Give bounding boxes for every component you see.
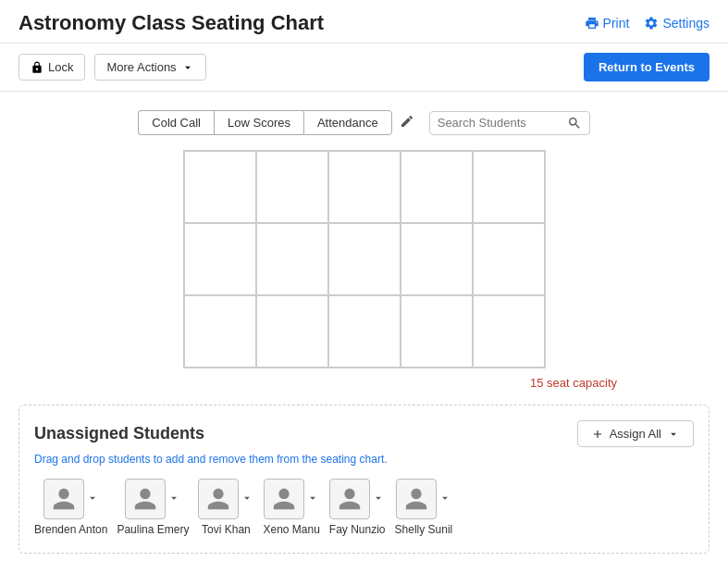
search-box[interactable] <box>429 111 590 135</box>
student-dropdown-chevron[interactable] <box>372 492 385 506</box>
lock-button[interactable]: Lock <box>19 54 85 81</box>
print-icon <box>585 16 599 31</box>
main-content: Cold Call Low Scores Attendance <box>0 92 728 586</box>
seat-cell[interactable] <box>184 223 256 295</box>
student-name: Tovi Khan <box>202 523 251 538</box>
seat-cell[interactable] <box>401 223 473 295</box>
seating-grid <box>183 150 546 368</box>
student-avatar-row <box>125 479 180 519</box>
filter-low-scores[interactable]: Low Scores <box>214 110 303 135</box>
avatar <box>43 479 84 519</box>
student-card: Tovi Khan <box>198 479 253 538</box>
edit-filters-icon[interactable] <box>400 114 414 131</box>
filter-cold-call[interactable]: Cold Call <box>138 110 214 135</box>
toolbar: Lock More Actions Return to Events <box>0 44 728 92</box>
assign-chevron-icon <box>667 428 680 441</box>
student-dropdown-chevron[interactable] <box>167 492 180 506</box>
student-card: Fay Nunzio <box>329 479 386 538</box>
student-dropdown-chevron[interactable] <box>86 492 99 506</box>
assign-all-button[interactable]: Assign All <box>577 420 694 447</box>
student-name: Shelly Sunil <box>395 523 453 538</box>
student-avatar-row <box>329 479 385 519</box>
unassigned-header: Unassigned Students Assign All <box>34 420 694 447</box>
more-actions-label: More Actions <box>106 60 176 74</box>
lock-label: Lock <box>48 60 73 74</box>
filter-tags: Cold Call Low Scores Attendance <box>138 110 391 135</box>
settings-link[interactable]: Settings <box>644 16 709 31</box>
capacity-label: 15 seat capacity <box>19 376 617 390</box>
print-link[interactable]: Print <box>585 16 630 31</box>
student-card: Brenden Anton <box>34 479 107 538</box>
avatar <box>125 479 166 519</box>
seating-grid-wrapper <box>19 150 709 368</box>
student-card: Shelly Sunil <box>395 479 453 538</box>
page-title: Astronomy Class Seating Chart <box>19 11 324 35</box>
seat-cell[interactable] <box>184 295 256 368</box>
plus-icon <box>591 428 604 441</box>
avatar <box>198 479 239 519</box>
student-dropdown-chevron[interactable] <box>438 492 451 506</box>
seat-cell[interactable] <box>256 295 328 368</box>
seat-cell[interactable] <box>473 151 545 223</box>
student-avatar-row <box>396 479 451 519</box>
header: Astronomy Class Seating Chart Print Sett… <box>0 0 728 44</box>
toolbar-left: Lock More Actions <box>19 54 206 81</box>
assign-all-label: Assign All <box>610 427 661 441</box>
drag-hint: Drag and drop students to add and remove… <box>34 453 694 466</box>
seat-cell[interactable] <box>473 223 545 295</box>
avatar <box>329 479 370 519</box>
filter-attendance[interactable]: Attendance <box>303 110 392 135</box>
student-card: Xeno Manu <box>263 479 319 538</box>
student-avatar-row <box>198 479 253 519</box>
student-avatar-row <box>43 479 99 519</box>
unassigned-section: Unassigned Students Assign All Drag and … <box>19 405 709 554</box>
seat-cell[interactable] <box>401 295 473 368</box>
return-to-events-button[interactable]: Return to Events <box>584 53 709 81</box>
seat-cell[interactable] <box>328 295 401 368</box>
student-dropdown-chevron[interactable] <box>306 492 319 506</box>
gear-icon <box>644 16 659 31</box>
avatar <box>264 479 304 519</box>
avatar <box>396 479 437 519</box>
student-name: Paulina Emery <box>117 523 189 538</box>
seat-cell[interactable] <box>184 151 256 223</box>
seat-cell[interactable] <box>256 223 328 295</box>
student-name: Xeno Manu <box>263 523 319 538</box>
seat-cell[interactable] <box>256 151 328 223</box>
filter-bar: Cold Call Low Scores Attendance <box>19 110 709 135</box>
seat-cell[interactable] <box>401 151 473 223</box>
search-icon <box>567 116 582 131</box>
more-actions-button[interactable]: More Actions <box>94 54 205 81</box>
student-name: Fay Nunzio <box>329 523 386 538</box>
search-input[interactable] <box>438 116 567 130</box>
chevron-down-icon <box>181 61 194 74</box>
student-dropdown-chevron[interactable] <box>241 492 253 506</box>
seat-cell[interactable] <box>473 295 545 368</box>
header-actions: Print Settings <box>585 16 709 31</box>
students-row: Brenden AntonPaulina EmeryTovi KhanXeno … <box>34 479 694 538</box>
student-card: Paulina Emery <box>117 479 189 538</box>
student-avatar-row <box>264 479 319 519</box>
settings-label: Settings <box>662 16 709 31</box>
seat-cell[interactable] <box>328 223 401 295</box>
lock-icon <box>31 61 43 74</box>
seat-cell[interactable] <box>328 151 401 223</box>
unassigned-title: Unassigned Students <box>34 424 204 443</box>
print-label: Print <box>603 16 630 31</box>
student-name: Brenden Anton <box>34 523 107 538</box>
